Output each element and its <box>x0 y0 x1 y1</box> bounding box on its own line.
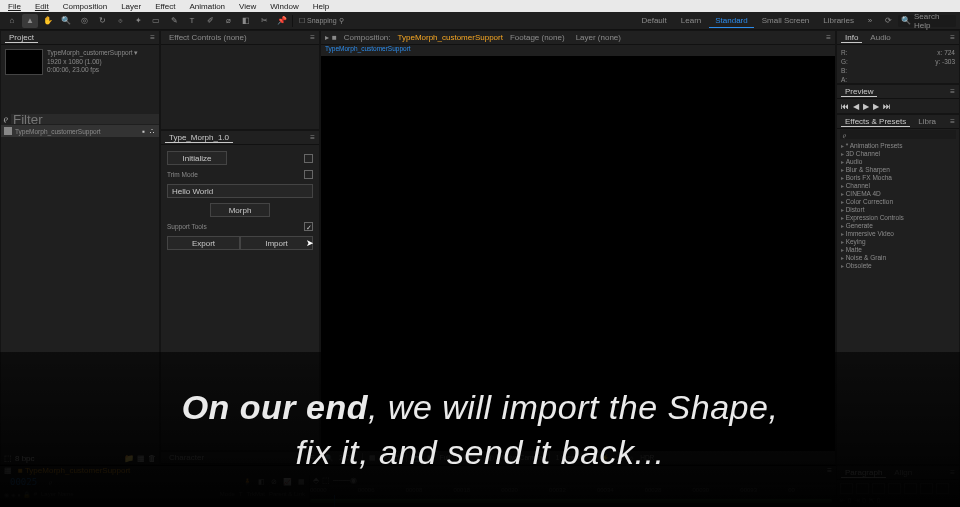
preview-tab[interactable]: Preview <box>841 87 877 97</box>
workspace-small[interactable]: Small Screen <box>756 14 816 27</box>
workspace-overflow-icon[interactable]: » <box>862 14 878 28</box>
roto-tool-icon[interactable]: ✂ <box>256 14 272 28</box>
type-morph-tab[interactable]: Type_Morph_1.0 <box>165 133 233 143</box>
workspace-standard[interactable]: Standard <box>709 14 753 28</box>
pen-tool-icon[interactable]: ✎ <box>166 14 182 28</box>
support-tools-checkbox[interactable] <box>304 222 313 231</box>
eraser-tool-icon[interactable]: ◧ <box>238 14 254 28</box>
type-tool-icon[interactable]: T <box>184 14 200 28</box>
composition-tab-name[interactable]: TypeMorph_customerSupport <box>398 33 503 42</box>
workspace-learn[interactable]: Learn <box>675 14 707 27</box>
menu-window[interactable]: Window <box>266 2 302 11</box>
workspace-default[interactable]: Default <box>635 14 672 27</box>
panel-menu-icon[interactable]: ≡ <box>310 33 315 42</box>
initialize-checkbox[interactable] <box>304 154 313 163</box>
anchor-tool-icon[interactable]: ✦ <box>130 14 146 28</box>
menu-effect[interactable]: Effect <box>151 2 179 11</box>
cursor-icon: ➤ <box>306 238 314 248</box>
toolbar-separator <box>292 15 293 27</box>
audio-tab[interactable]: Audio <box>866 33 894 42</box>
effect-controls-tab[interactable]: Effect Controls (none) <box>165 33 251 42</box>
last-frame-icon[interactable]: ⏭ <box>883 102 891 111</box>
next-frame-icon[interactable]: ▶ <box>873 102 879 111</box>
list-item[interactable]: Audio <box>839 158 957 165</box>
effects-search-input[interactable]: 𝜌 <box>840 130 956 139</box>
list-item[interactable]: Distort <box>839 206 957 213</box>
orbit-tool-icon[interactable]: ◎ <box>76 14 92 28</box>
list-item[interactable]: Keying <box>839 238 957 245</box>
footage-tab[interactable]: Footage (none) <box>506 33 569 42</box>
list-item[interactable]: Expression Controls <box>839 214 957 221</box>
list-item[interactable]: Matte <box>839 246 957 253</box>
panel-menu-icon[interactable]: ≡ <box>950 117 955 126</box>
rotate-tool-icon[interactable]: ↻ <box>94 14 110 28</box>
menu-view[interactable]: View <box>235 2 260 11</box>
support-tools-label: Support Tools <box>167 223 207 230</box>
panel-menu-icon[interactable]: ≡ <box>310 133 315 142</box>
list-item[interactable]: 3D Channel <box>839 150 957 157</box>
project-tab[interactable]: Project <box>5 33 38 43</box>
comp-marker-icon[interactable]: ■ <box>332 33 337 42</box>
zoom-tool-icon[interactable]: 🔍 <box>58 14 74 28</box>
libraries-tab[interactable]: Libra <box>914 117 940 126</box>
play-icon[interactable]: ▶ <box>863 102 869 111</box>
menu-layer[interactable]: Layer <box>117 2 145 11</box>
initialize-button[interactable]: Initialize <box>167 151 227 165</box>
search-help[interactable]: 🔍 Search Help <box>898 15 956 27</box>
prev-frame-icon[interactable]: ◀ <box>853 102 859 111</box>
list-item[interactable]: CINEMA 4D <box>839 190 957 197</box>
reset-workspace-icon[interactable]: ⟳ <box>880 14 896 28</box>
project-filter-input[interactable] <box>11 114 159 124</box>
info-tab[interactable]: Info <box>841 33 862 43</box>
list-item[interactable]: Generate <box>839 222 957 229</box>
panel-menu-icon[interactable]: ≡ <box>950 33 955 42</box>
list-item[interactable]: Blur & Sharpen <box>839 166 957 173</box>
project-list-item[interactable]: TypeMorph_customerSupport ▪ ⛬ <box>1 125 159 137</box>
video-caption-overlay: On our end, we will import the Shape, fi… <box>0 352 960 507</box>
hand-tool-icon[interactable]: ✋ <box>40 14 56 28</box>
list-item[interactable]: Color Correction <box>839 198 957 205</box>
export-button[interactable]: Export <box>167 236 240 250</box>
clone-tool-icon[interactable]: ⌀ <box>220 14 236 28</box>
project-search-row[interactable]: 𝜌 <box>1 113 159 125</box>
list-item[interactable]: Boris FX Mocha <box>839 174 957 181</box>
composition-breadcrumb[interactable]: TypeMorph_customerSupport <box>325 45 411 52</box>
menu-file[interactable]: File <box>4 2 25 11</box>
first-frame-icon[interactable]: ⏮ <box>841 102 849 111</box>
panel-menu-icon[interactable]: ≡ <box>950 87 955 96</box>
menu-help[interactable]: Help <box>309 2 333 11</box>
panel-menu-icon[interactable]: ≡ <box>150 33 155 42</box>
brush-tool-icon[interactable]: ✐ <box>202 14 218 28</box>
list-item[interactable]: Immersive Video <box>839 230 957 237</box>
snapping-toggle[interactable]: ☐Snapping⚲ <box>295 17 348 25</box>
camera-tool-icon[interactable]: ⟐ <box>112 14 128 28</box>
workspace-libraries[interactable]: Libraries <box>817 14 860 27</box>
layer-tab[interactable]: Layer (none) <box>572 33 625 42</box>
info-panel: Info Audio ≡ R:x: 724 G:y: -303 B: A: <box>836 30 960 84</box>
list-item[interactable]: Noise & Grain <box>839 254 957 261</box>
composition-tab-prefix[interactable]: Composition: <box>340 33 395 42</box>
menu-animation[interactable]: Animation <box>185 2 229 11</box>
menu-composition[interactable]: Composition <box>59 2 111 11</box>
selection-tool-icon[interactable]: ▲ <box>22 14 38 28</box>
effects-presets-tab[interactable]: Effects & Presets <box>841 117 910 127</box>
panel-menu-icon[interactable]: ≡ <box>826 33 831 42</box>
import-button[interactable]: Import ➤ <box>240 236 313 250</box>
trim-mode-checkbox[interactable] <box>304 170 313 179</box>
menu-edit[interactable]: Edit <box>31 2 53 11</box>
text-input[interactable]: Hello World <box>167 184 313 198</box>
list-item[interactable]: * Animation Presets <box>839 142 957 149</box>
search-placeholder: Search Help <box>914 12 953 30</box>
puppet-tool-icon[interactable]: 📌 <box>274 14 290 28</box>
list-item[interactable]: Obsolete <box>839 262 957 269</box>
toolbar: ⌂ ▲ ✋ 🔍 ◎ ↻ ⟐ ✦ ▭ ✎ T ✐ ⌀ ◧ ✂ 📌 ☐Snappin… <box>0 12 960 30</box>
home-icon[interactable]: ⌂ <box>4 14 20 28</box>
trim-mode-label: Trim Mode <box>167 171 198 178</box>
shape-tool-icon[interactable]: ▭ <box>148 14 164 28</box>
caption-emphasis: On our end <box>182 388 368 426</box>
project-item-label: TypeMorph_customerSupport <box>15 128 101 135</box>
folder-icon: ▪ <box>142 127 145 136</box>
morph-button[interactable]: Morph <box>210 203 270 217</box>
list-item[interactable]: Channel <box>839 182 957 189</box>
menubar[interactable]: File Edit Composition Layer Effect Anima… <box>0 0 960 12</box>
